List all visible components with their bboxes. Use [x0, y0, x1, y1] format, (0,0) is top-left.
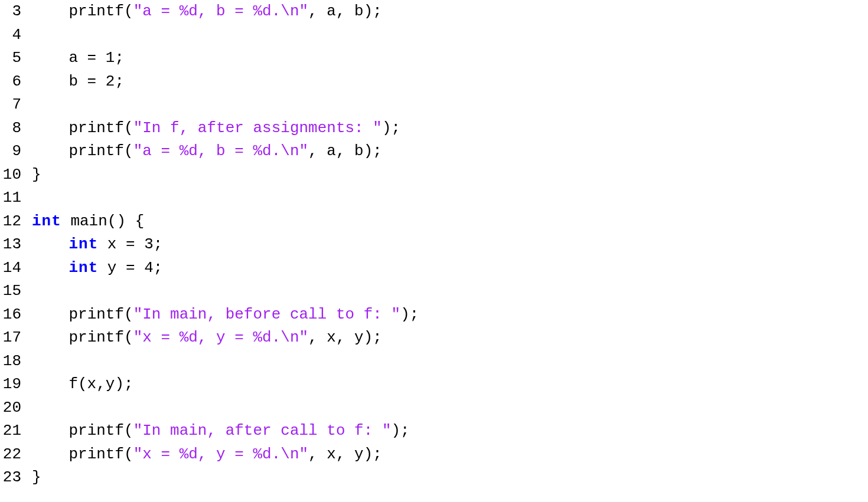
line-number: 4 — [0, 24, 21, 47]
string-literal: "In f, after assignments: " — [133, 119, 382, 137]
code-listing: 3 4 5 6 7 8 9 10 11 12 13 14 15 16 17 18… — [0, 0, 868, 490]
line-number: 15 — [0, 280, 21, 303]
line-number: 9 — [0, 140, 21, 163]
line-number: 22 — [0, 443, 21, 467]
string-literal: "In main, before call to f: " — [133, 306, 400, 323]
string-literal: "x = %d, y = %d.\n" — [133, 445, 308, 463]
line-number: 7 — [0, 93, 21, 117]
code-line: printf("a = %d, b = %d.\n", a, b); — [32, 0, 419, 24]
line-number: 19 — [0, 373, 21, 396]
code-line: int main() { — [32, 210, 419, 234]
line-number-gutter: 3 4 5 6 7 8 9 10 11 12 13 14 15 16 17 18… — [0, 0, 32, 490]
code-line — [32, 280, 419, 303]
code-line: printf("In f, after assignments: "); — [32, 117, 419, 140]
line-number: 11 — [0, 186, 21, 210]
line-number: 12 — [0, 210, 21, 234]
code-line: a = 1; — [32, 47, 419, 70]
line-number: 5 — [0, 47, 21, 70]
code-line: } — [32, 163, 419, 187]
line-number: 10 — [0, 163, 21, 187]
line-number: 3 — [0, 0, 21, 24]
line-number: 16 — [0, 303, 21, 327]
string-literal: "In main, after call to f: " — [133, 422, 391, 439]
line-number: 8 — [0, 117, 21, 140]
keyword-int: int — [68, 259, 98, 277]
code-line — [32, 396, 419, 420]
line-number: 14 — [0, 257, 21, 280]
code-line: int x = 3; — [32, 233, 419, 257]
code-line: b = 2; — [32, 70, 419, 94]
string-literal: "a = %d, b = %d.\n" — [133, 142, 308, 160]
code-line: } — [32, 466, 419, 490]
code-line — [32, 186, 419, 210]
code-line: printf("x = %d, y = %d.\n", x, y); — [32, 443, 419, 467]
code-body: printf("a = %d, b = %d.\n", a, b); a = 1… — [32, 0, 419, 490]
code-line — [32, 24, 419, 47]
code-line — [32, 93, 419, 117]
line-number: 6 — [0, 70, 21, 94]
code-line: printf("x = %d, y = %d.\n", x, y); — [32, 326, 419, 350]
code-line — [32, 350, 419, 373]
string-literal: "x = %d, y = %d.\n" — [133, 329, 308, 346]
line-number: 20 — [0, 396, 21, 420]
keyword-int: int — [32, 212, 61, 230]
keyword-int: int — [68, 235, 98, 253]
code-line: printf("In main, before call to f: "); — [32, 303, 419, 327]
code-line: printf("a = %d, b = %d.\n", a, b); — [32, 140, 419, 163]
code-line: printf("In main, after call to f: "); — [32, 419, 419, 443]
code-line: int y = 4; — [32, 257, 419, 280]
line-number: 21 — [0, 419, 21, 443]
line-number: 13 — [0, 233, 21, 257]
line-number: 18 — [0, 350, 21, 373]
line-number: 23 — [0, 466, 21, 490]
string-literal: "a = %d, b = %d.\n" — [133, 2, 308, 20]
line-number: 17 — [0, 326, 21, 350]
code-line: f(x,y); — [32, 373, 419, 396]
